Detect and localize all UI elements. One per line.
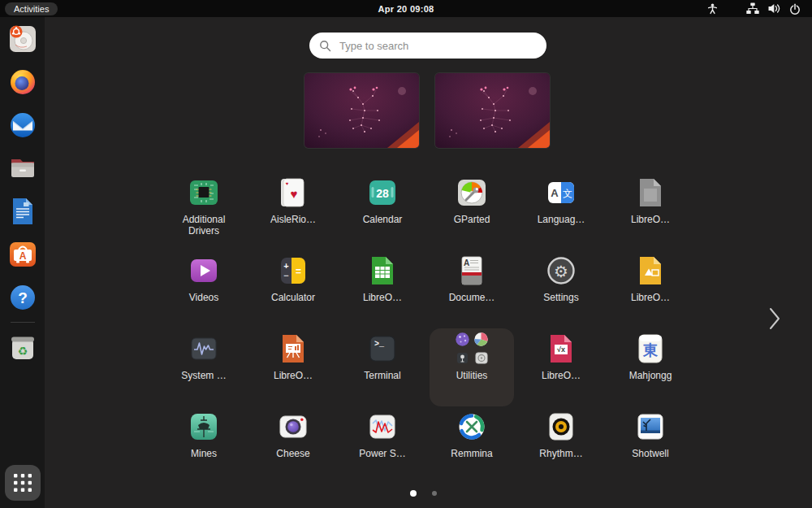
svg-text:−: − <box>283 271 288 280</box>
app-label: Calculator <box>271 292 315 303</box>
mahjongg-tile-icon: 東 <box>633 332 667 366</box>
firefox-icon <box>7 67 38 98</box>
volume-icon <box>767 2 780 15</box>
app-power-statistics[interactable]: Power S… <box>340 406 425 484</box>
system-status-area[interactable] <box>702 0 806 17</box>
svg-text:+: + <box>283 261 288 271</box>
app-label: Docume… <box>449 292 495 303</box>
app-rhythmbox[interactable]: Rhythm… <box>519 406 603 484</box>
trash-icon: ♻ <box>7 332 38 363</box>
app-aisleriot[interactable]: ♥ ♥ AisleRio… <box>251 172 335 250</box>
aisleriot-cards-icon: ♥ ♥ <box>276 176 310 210</box>
terminal-icon: >_ <box>365 332 400 366</box>
dock-help[interactable]: ? <box>7 282 38 313</box>
app-grid-icon <box>12 472 33 493</box>
app-gparted[interactable]: GParted <box>430 172 514 250</box>
app-cheese[interactable]: Cheese <box>251 406 335 484</box>
dock-files[interactable] <box>7 153 38 184</box>
app-remmina[interactable]: Remmina <box>430 406 514 484</box>
svg-text:?: ? <box>18 289 28 306</box>
app-label: LibreO… <box>363 292 402 303</box>
cheese-camera-icon <box>276 410 310 444</box>
app-label: Languag… <box>538 214 585 225</box>
remmina-icon <box>455 410 489 444</box>
svg-text:=: = <box>296 266 301 277</box>
language-translate-icon: A 文 <box>544 176 578 210</box>
power-statistics-icon <box>365 410 400 444</box>
app-terminal[interactable]: >_ Terminal <box>340 328 425 406</box>
app-label: System … <box>181 370 226 381</box>
shotwell-photo-icon <box>633 410 667 444</box>
clock-menu[interactable]: Apr 20 09:08 <box>378 4 434 14</box>
dock-firefox[interactable] <box>7 67 38 98</box>
app-shotwell[interactable]: Shotwell <box>608 406 693 484</box>
dock-libreoffice-writer[interactable] <box>7 196 38 227</box>
settings-gear-icon: ⚙ <box>544 254 578 288</box>
ubuntu-installer-icon <box>7 24 38 54</box>
app-videos[interactable]: Videos <box>162 250 246 328</box>
app-libreoffice-math[interactable]: √x LibreO… <box>519 328 603 406</box>
app-system-monitor[interactable]: System … <box>162 328 246 406</box>
show-applications-button[interactable] <box>5 465 41 501</box>
dock-ubuntu-software[interactable]: A <box>7 239 38 270</box>
additional-drivers-icon <box>187 176 221 210</box>
app-mahjongg[interactable]: 東 Mahjongg <box>608 328 693 406</box>
app-libreoffice-startcenter[interactable]: LibreO… <box>608 172 693 250</box>
app-calendar[interactable]: 28 Calendar <box>340 172 425 250</box>
workspace-thumbnail-1[interactable] <box>304 73 419 148</box>
app-label: Calendar <box>363 214 403 225</box>
app-label: Videos <box>189 292 218 303</box>
files-folder-icon <box>7 153 38 184</box>
videos-play-icon <box>187 254 221 288</box>
libreoffice-calc-icon <box>365 254 400 288</box>
page-dot-2[interactable] <box>432 491 437 496</box>
search-icon <box>319 40 331 52</box>
pie-chart-mini-icon <box>473 332 489 347</box>
svg-text:東: 東 <box>642 342 658 358</box>
app-additional-drivers[interactable]: Additional Drivers <box>162 172 246 250</box>
svg-text:>_: >_ <box>374 340 385 349</box>
activities-button[interactable]: Activities <box>5 2 58 15</box>
dock-ubuntu-installer[interactable] <box>7 24 38 54</box>
app-label: AisleRio… <box>270 214 316 225</box>
workspace-thumbnail-2[interactable] <box>435 73 550 148</box>
svg-text:A: A <box>464 258 469 267</box>
search-input[interactable] <box>338 39 537 53</box>
app-calculator[interactable]: + − = Calculator <box>251 250 335 328</box>
app-label: Power S… <box>359 448 405 459</box>
svg-text:√x: √x <box>557 345 565 354</box>
svg-text:♥: ♥ <box>286 181 289 186</box>
dock-thunderbird[interactable] <box>7 110 38 141</box>
calculator-icon: + − = <box>276 254 310 288</box>
page-dot-1-active[interactable] <box>410 490 417 497</box>
app-document-viewer[interactable]: A Docume… <box>430 250 514 328</box>
disk-usage-mini-icon <box>455 332 470 347</box>
mines-icon <box>187 410 221 444</box>
search-bar[interactable] <box>309 33 546 59</box>
svg-text:♥: ♥ <box>291 187 298 201</box>
app-folder-utilities[interactable]: Utilities <box>430 328 514 406</box>
libreoffice-startcenter-icon <box>633 176 667 210</box>
app-grid: Additional Drivers ♥ ♥ AisleRio… 28 <box>159 172 695 484</box>
wallpaper-lobster <box>435 73 550 148</box>
app-label: Rhythm… <box>539 448 582 459</box>
app-label: Cheese <box>276 448 309 459</box>
app-label: LibreO… <box>542 370 581 381</box>
app-label: Terminal <box>364 370 400 381</box>
app-mines[interactable]: Mines <box>162 406 246 484</box>
app-libreoffice-impress[interactable]: LibreO… <box>251 328 335 406</box>
next-page-button[interactable] <box>765 306 784 332</box>
app-libreoffice-calc[interactable]: LibreO… <box>340 250 425 328</box>
libreoffice-draw-icon <box>633 254 667 288</box>
app-language-support[interactable]: A 文 Languag… <box>519 172 603 250</box>
app-label: LibreO… <box>631 214 670 225</box>
utilities-folder-icon <box>455 332 489 366</box>
network-wired-icon <box>746 2 759 15</box>
calendar-icon: 28 <box>365 176 400 210</box>
app-settings[interactable]: ⚙ Settings <box>519 250 603 328</box>
dock-trash[interactable]: ♻ <box>7 332 38 363</box>
chevron-right-icon <box>765 306 784 332</box>
app-libreoffice-draw[interactable]: LibreO… <box>608 250 693 328</box>
app-label: Remmina <box>451 448 492 459</box>
dock-divider <box>11 322 35 323</box>
